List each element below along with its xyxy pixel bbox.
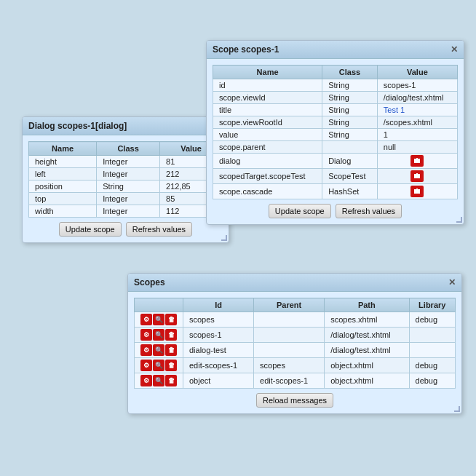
table-row: scopedTarget.scopeTest ScopeTest (213, 169, 458, 184)
delete-icon[interactable]: 🗑 (165, 344, 177, 356)
cell-parent (254, 328, 325, 343)
dialog-scopes-panel: Dialog scopes-1[dialog] ✕ Name Class Val… (22, 116, 229, 243)
cell-name: dialog (213, 154, 322, 169)
table-row: value String 1 (213, 129, 458, 141)
search-icon[interactable]: 🔍 (153, 314, 164, 325)
value-icon[interactable] (410, 186, 424, 197)
table-row: scope.parent null (213, 141, 458, 154)
cell-value: /dialog/test.xhtml (377, 92, 457, 104)
action-icons: ⚙ 🔍 🗑 (140, 314, 177, 325)
scope-scopes1-resize[interactable] (456, 217, 462, 223)
cell-parent: scopes (254, 358, 325, 373)
scope-scopes1-buttons: Update scope Refresh values (213, 204, 458, 218)
scope-scopes1-table: Name Class Value id String scopes-1 scop… (213, 65, 458, 199)
cell-id: edit-scopes-1 (183, 358, 254, 373)
value-icon[interactable] (410, 155, 424, 167)
scopes-header: Scopes ✕ (128, 274, 461, 292)
search-icon[interactable]: 🔍 (153, 375, 164, 386)
col-class: Class (322, 66, 378, 79)
cell-name: title (213, 104, 322, 116)
scope-icon[interactable]: ⚙ (140, 375, 152, 386)
scope-icon[interactable]: ⚙ (140, 360, 152, 371)
cell-class: ScopeTest (322, 169, 378, 184)
delete-icon[interactable]: 🗑 (165, 375, 177, 386)
search-icon[interactable]: 🔍 (153, 360, 164, 371)
scope-scopes1-update-btn[interactable]: Update scope (269, 204, 331, 218)
cell-actions: ⚙ 🔍 🗑 (135, 328, 183, 343)
cell-class: String (322, 116, 378, 129)
scope-scopes1-close[interactable]: ✕ (451, 45, 458, 54)
cell-library: debug (409, 312, 455, 328)
cell-id: dialog-test (183, 343, 254, 358)
col-parent: Parent (254, 298, 325, 312)
action-icons: ⚙ 🔍 🗑 (140, 329, 177, 341)
cell-path: /dialog/test.xhtml (325, 328, 409, 343)
scope-icon[interactable]: ⚙ (140, 314, 152, 325)
table-row: height Integer 81 (29, 156, 223, 168)
cell-path: object.xhtml (325, 373, 409, 389)
cell-name: height (29, 156, 97, 168)
cell-name: position (29, 181, 97, 193)
cell-name: scope.parent (213, 141, 322, 154)
dialog-scopes-buttons: Update scope Refresh values (28, 222, 223, 237)
cell-value: scopes-1 (377, 79, 457, 92)
cell-library (409, 343, 455, 358)
cell-value (377, 169, 457, 184)
cell-name: top (29, 193, 97, 205)
action-icons: ⚙ 🔍 🗑 (140, 375, 177, 386)
scopes-close[interactable]: ✕ (448, 278, 456, 287)
cell-name: scopedTarget.scopeTest (213, 169, 322, 184)
cell-actions: ⚙ 🔍 🗑 (135, 312, 183, 328)
cell-name: width (29, 205, 97, 218)
scope-scopes1-content: Name Class Value id String scopes-1 scop… (207, 59, 464, 224)
scope-scopes1-refresh-btn[interactable]: Refresh values (336, 204, 402, 218)
cell-id: object (183, 373, 254, 389)
table-row: scope.viewRootId String /scopes.xhtml (213, 116, 458, 129)
table-row: left Integer 212 (29, 168, 223, 181)
value-icon[interactable] (410, 170, 424, 182)
search-icon[interactable]: 🔍 (153, 344, 164, 356)
col-library: Library (409, 298, 455, 312)
table-row: scope.cascade HashSet (213, 184, 458, 199)
dialog-scopes-resize[interactable] (221, 235, 227, 241)
col-name: Name (29, 142, 97, 156)
cell-name: scope.viewId (213, 92, 322, 104)
table-row: ⚙ 🔍 🗑 dialog-test /dialog/test.xhtml (135, 343, 456, 358)
table-row: id String scopes-1 (213, 79, 458, 92)
col-actions (135, 298, 183, 312)
delete-icon[interactable]: 🗑 (165, 360, 177, 371)
cell-class: Integer (97, 156, 160, 168)
col-class: Class (97, 142, 160, 156)
table-row: width Integer 112 (29, 205, 223, 218)
cell-parent (254, 343, 325, 358)
scopes-resize[interactable] (454, 406, 460, 412)
reload-messages-btn[interactable]: Reload messages (256, 393, 333, 408)
cell-library: debug (409, 358, 455, 373)
cell-name: id (213, 79, 322, 92)
scope-icon[interactable]: ⚙ (140, 329, 152, 341)
scopes-table: Id Parent Path Library ⚙ 🔍 🗑 scopes scop… (134, 298, 456, 389)
dialog-scopes-update-btn[interactable]: Update scope (59, 222, 122, 237)
scope-scopes1-header: Scope scopes-1 ✕ (207, 41, 464, 59)
table-row: position String 212,85 (29, 181, 223, 193)
col-value: Value (377, 66, 457, 79)
dialog-scopes-refresh-btn[interactable]: Refresh values (126, 222, 192, 237)
cell-name: scope.cascade (213, 184, 322, 199)
cell-parent: edit-scopes-1 (254, 373, 325, 389)
cell-id: scopes-1 (183, 328, 254, 343)
cell-class: String (322, 92, 378, 104)
cell-actions: ⚙ 🔍 🗑 (135, 373, 183, 389)
cell-class: Integer (97, 168, 160, 181)
table-row: dialog Dialog (213, 154, 458, 169)
cell-name: left (29, 168, 97, 181)
cell-parent (254, 312, 325, 328)
cell-class: Integer (97, 193, 160, 205)
table-row: title String Test 1 (213, 104, 458, 116)
scope-icon[interactable]: ⚙ (140, 344, 152, 356)
delete-icon[interactable]: 🗑 (165, 314, 177, 325)
search-icon[interactable]: 🔍 (153, 329, 164, 341)
delete-icon[interactable]: 🗑 (165, 329, 177, 341)
cell-value (377, 184, 457, 199)
cell-library: debug (409, 373, 455, 389)
table-row: ⚙ 🔍 🗑 object edit-scopes-1 object.xhtml … (135, 373, 456, 389)
